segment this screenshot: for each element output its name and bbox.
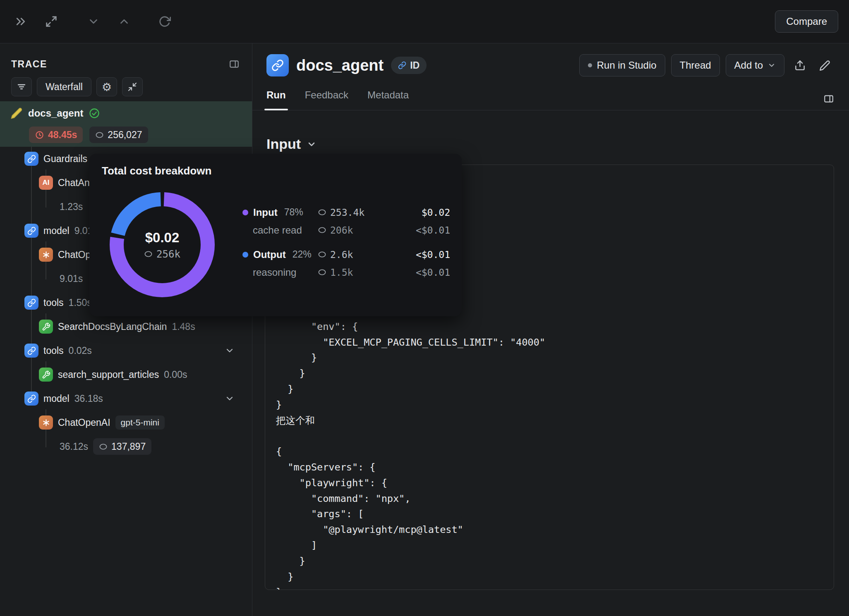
trace-row-label: SearchDocsByLangChain <box>58 321 167 332</box>
trace-duration: 1.48s <box>172 321 195 332</box>
filter-button[interactable] <box>11 77 32 96</box>
legend-cost: <$0.01 <box>394 225 450 236</box>
trace-settings-button[interactable]: ⚙ <box>96 77 117 96</box>
chain-link-icon <box>24 152 38 166</box>
pencil-icon <box>819 60 830 71</box>
tabs-bar: RunFeedbackMetadata <box>252 86 849 110</box>
share-icon <box>794 60 806 71</box>
chevron-down-icon <box>307 139 317 149</box>
openai-icon <box>39 248 53 262</box>
run-in-studio-button[interactable]: Run in Studio <box>579 54 665 76</box>
link-icon <box>398 61 406 69</box>
openai-icon <box>39 415 53 430</box>
trace-duration: 36.18s <box>74 393 103 404</box>
trace-row-label: model <box>43 225 70 236</box>
chevron-down-icon[interactable] <box>225 394 235 404</box>
tabs: RunFeedbackMetadata <box>266 89 409 110</box>
total-tokens-value: 256k <box>144 248 180 260</box>
legend-cost: <$0.01 <box>394 249 450 260</box>
token-count-badge: 256,027 <box>89 127 148 143</box>
tooltip-title: Total cost breakdown <box>102 165 211 177</box>
trace-row-label: model <box>43 393 70 404</box>
token-icon <box>95 131 104 138</box>
thread-button[interactable]: Thread <box>671 54 720 76</box>
legend-dot <box>242 210 248 215</box>
top-toolbar: Compare <box>0 0 849 43</box>
trace-panel-title: TRACE <box>11 59 47 70</box>
token-count: 137,897 <box>111 441 146 452</box>
trace-duration: 9.01s <box>60 273 83 284</box>
input-section-header[interactable]: Input <box>266 136 849 152</box>
legend-tokens: 1.5k <box>318 267 394 278</box>
share-button[interactable] <box>790 56 809 75</box>
latency-badge: 48.45s <box>29 127 83 143</box>
chevron-down-icon <box>767 61 776 69</box>
tab-feedback[interactable]: Feedback <box>305 89 348 110</box>
view-mode-label: Waterfall <box>42 81 86 93</box>
legend-label-cell: cache read <box>242 224 318 236</box>
legend-label: Output <box>253 249 286 260</box>
trace-row-search-support-articles[interactable]: search_support_articles0.00s <box>0 363 252 387</box>
compare-button[interactable]: Compare <box>775 10 838 33</box>
legend-label: Input <box>253 207 278 218</box>
studio-status-dot <box>588 63 592 67</box>
token-icon <box>318 209 326 216</box>
legend-row-output: Output22%2.6k<$0.01 <box>242 246 450 263</box>
panel-split-icon[interactable] <box>229 59 240 69</box>
trace-duration: 0.02s <box>69 345 92 356</box>
run-detail-panel: docs_agent ID Run in Studio Thread Add t… <box>252 43 849 616</box>
token-icon <box>99 443 108 450</box>
legend-row-input: Input78%253.4k$0.02 <box>242 203 450 221</box>
legend-tokens: 2.6k <box>318 249 394 260</box>
trace-row-stats[interactable]: 36.12s137,897 <box>0 435 252 458</box>
cost-legend: Input78%253.4k$0.02cache read206k<$0.01O… <box>242 203 450 281</box>
legend-row-reasoning: reasoning1.5k<$0.01 <box>242 263 450 281</box>
trace-row-label: search_support_articles <box>58 369 159 380</box>
success-check-icon <box>89 107 100 119</box>
chain-link-icon <box>24 224 38 238</box>
legend-label: reasoning <box>253 267 296 278</box>
add-to-button[interactable]: Add to <box>726 54 784 76</box>
trace-row-label: ChatOpenAI <box>58 417 110 428</box>
input-section-title: Input <box>266 136 301 152</box>
legend-dot <box>242 252 248 258</box>
cost-breakdown-tooltip: Total cost breakdown $0.02 256k Input78%… <box>89 154 462 316</box>
trace-root-name: docs_agent <box>28 107 83 119</box>
trace-duration: 1.23s <box>60 201 83 212</box>
fullscreen-icon[interactable] <box>43 13 60 30</box>
legend-token-value: 1.5k <box>330 267 353 278</box>
legend-percent: 78% <box>284 207 303 218</box>
edit-button[interactable] <box>815 56 834 75</box>
trace-duration: 0.00s <box>164 369 187 380</box>
tab-metadata[interactable]: Metadata <box>367 89 409 110</box>
legend-percent: 22% <box>293 249 312 260</box>
trace-row-model[interactable]: model36.18s <box>0 387 252 411</box>
legend-token-value: 206k <box>330 225 353 236</box>
token-icon <box>318 227 326 234</box>
chevron-down-icon[interactable] <box>225 346 235 356</box>
collapse-all-button[interactable] <box>122 77 143 96</box>
legend-label-cell: reasoning <box>242 267 318 278</box>
trace-row-label: Guardrails <box>43 153 87 165</box>
wrench-icon <box>39 368 53 382</box>
trace-row-tools[interactable]: tools0.02s <box>0 339 252 363</box>
run-chain-icon <box>266 54 289 76</box>
trace-panel: TRACE Waterfall ⚙ <box>0 43 252 616</box>
prev-run-chevron-down-icon[interactable] <box>85 13 102 30</box>
trace-row-searchdocsbylangchain[interactable]: SearchDocsByLangChain1.48s <box>0 315 252 339</box>
legend-tokens: 253.4k <box>318 207 394 218</box>
trace-row-docs-agent[interactable]: docs_agent 48.45s 256,027 <box>0 101 252 147</box>
run-id-badge[interactable]: ID <box>391 57 427 74</box>
panel-split-icon[interactable] <box>823 93 834 104</box>
total-cost-value: $0.02 <box>145 230 180 246</box>
chain-link-icon <box>24 392 38 406</box>
view-mode-button[interactable]: Waterfall <box>37 77 91 96</box>
wrench-icon <box>39 320 53 334</box>
chain-link-icon <box>24 296 38 310</box>
tab-run[interactable]: Run <box>266 89 286 110</box>
collapse-panel-icon[interactable] <box>12 13 29 30</box>
token-count-badge: 137,897 <box>93 438 151 455</box>
refresh-icon[interactable] <box>156 13 173 30</box>
next-run-chevron-up-icon[interactable] <box>116 13 132 30</box>
trace-row-chatopenai[interactable]: ChatOpenAIgpt-5-mini <box>0 411 252 435</box>
